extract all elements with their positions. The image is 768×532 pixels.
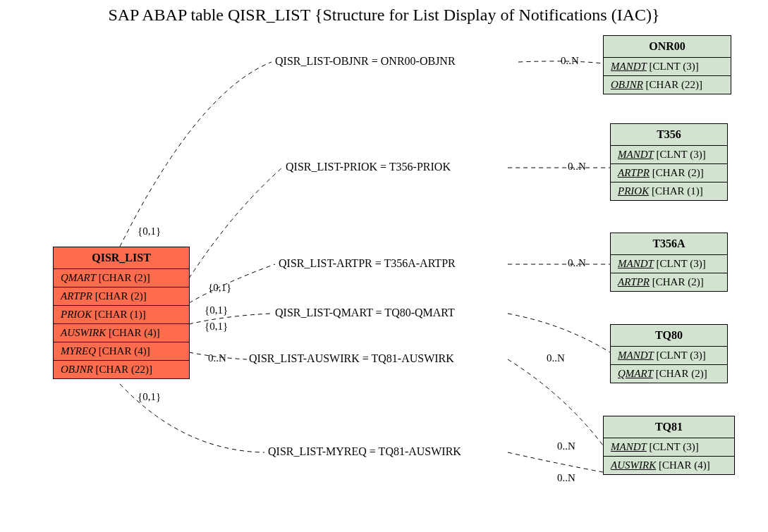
field-row: ARTPR [CHAR (2)] [611, 164, 727, 183]
entity-tq80: TQ80 MANDT [CLNT (3)] QMART [CHAR (2)] [610, 324, 728, 383]
cardinality-label: {0,1} [138, 225, 161, 237]
entity-header: TQ81 [604, 416, 734, 438]
field-row: MANDT [CLNT (3)] [611, 255, 727, 273]
relation-label: QISR_LIST-PRIOK = T356-PRIOK [286, 161, 451, 173]
entity-header: TQ80 [611, 325, 727, 347]
field-row: PRIOK [CHAR (1)] [611, 183, 727, 200]
entity-header: T356A [611, 233, 727, 255]
field-row: MANDT [CLNT (3)] [611, 146, 727, 164]
field-row: PRIOK [CHAR (1)] [54, 306, 189, 324]
field-row: MANDT [CLNT (3)] [604, 438, 734, 457]
cardinality-label: 0..N [568, 257, 586, 269]
cardinality-label: {0,1} [205, 304, 228, 316]
entity-tq81: TQ81 MANDT [CLNT (3)] AUSWIRK [CHAR (4)] [603, 416, 735, 475]
field-row: ARTPR [CHAR (2)] [611, 273, 727, 291]
relation-label: QISR_LIST-AUSWIRK = TQ81-AUSWIRK [249, 352, 454, 365]
cardinality-label: 0..N [208, 352, 226, 364]
cardinality-label: 0..N [547, 352, 565, 364]
page-title: SAP ABAP table QISR_LIST {Structure for … [0, 6, 768, 25]
cardinality-label: 0..N [561, 55, 579, 67]
entity-t356a: T356A MANDT [CLNT (3)] ARTPR [CHAR (2)] [610, 233, 728, 292]
relation-label: QISR_LIST-ARTPR = T356A-ARTPR [279, 257, 456, 270]
relation-label: QISR_LIST-OBJNR = ONR00-OBJNR [275, 55, 456, 68]
entity-onr00: ONR00 MANDT [CLNT (3)] OBJNR [CHAR (22)] [603, 35, 731, 94]
field-row: MANDT [CLNT (3)] [611, 347, 727, 365]
cardinality-label: {0,1} [138, 391, 161, 403]
field-row: OBJNR [CHAR (22)] [54, 361, 189, 378]
entity-t356: T356 MANDT [CLNT (3)] ARTPR [CHAR (2)] P… [610, 123, 728, 201]
cardinality-label: 0..N [557, 440, 575, 452]
field-row: MYREQ [CHAR (4)] [54, 342, 189, 361]
field-row: OBJNR [CHAR (22)] [604, 76, 731, 94]
entity-header: QISR_LIST [54, 247, 189, 269]
field-row: ARTPR [CHAR (2)] [54, 287, 189, 306]
cardinality-label: 0..N [557, 472, 575, 484]
relation-label: QISR_LIST-QMART = TQ80-QMART [275, 307, 455, 319]
relation-label: QISR_LIST-MYREQ = TQ81-AUSWIRK [268, 445, 461, 458]
cardinality-label: 0..N [568, 161, 586, 173]
field-row: AUSWIRK [CHAR (4)] [54, 324, 189, 342]
entity-header: T356 [611, 124, 727, 146]
field-row: MANDT [CLNT (3)] [604, 58, 731, 76]
field-row: QMART [CHAR (2)] [611, 365, 727, 383]
field-row: AUSWIRK [CHAR (4)] [604, 457, 734, 474]
cardinality-label: {0,1} [205, 321, 228, 333]
field-row: QMART [CHAR (2)] [54, 269, 189, 287]
entity-qisr-list: QISR_LIST QMART [CHAR (2)] ARTPR [CHAR (… [53, 247, 190, 379]
cardinality-label: {0,1} [208, 282, 231, 294]
entity-header: ONR00 [604, 36, 731, 58]
